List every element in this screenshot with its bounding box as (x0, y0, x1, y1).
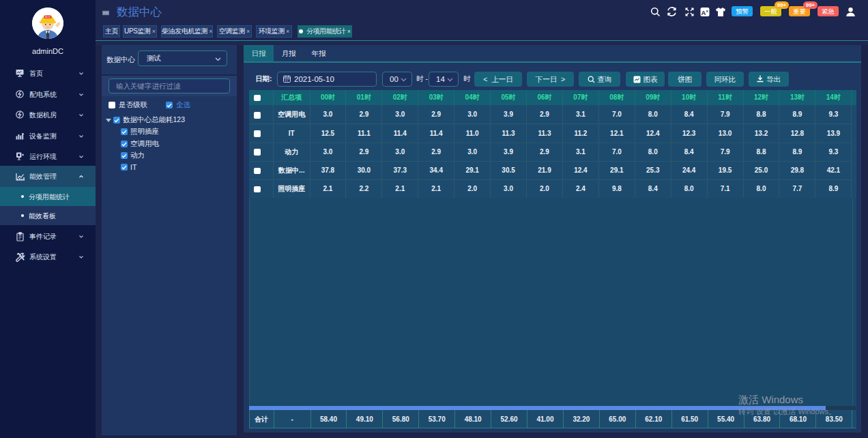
svg-text:Acrel: Acrel (45, 16, 50, 18)
svg-text:A: A (701, 9, 706, 16)
